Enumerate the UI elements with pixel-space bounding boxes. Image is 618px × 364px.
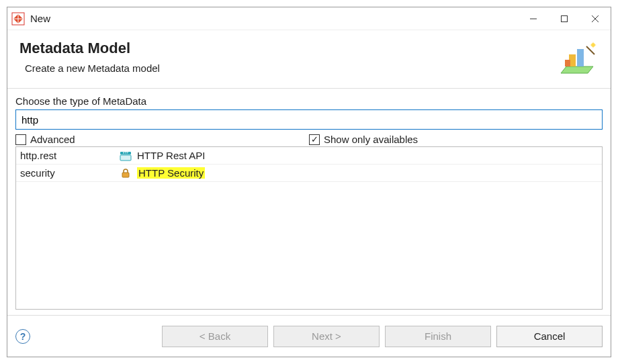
cancel-button[interactable]: Cancel: [496, 326, 603, 347]
minimize-button[interactable]: [518, 8, 549, 30]
finish-button[interactable]: Finish: [385, 326, 491, 347]
back-button[interactable]: < Back: [162, 326, 268, 347]
choose-label: Choose the type of MetaData: [15, 95, 603, 107]
window-title: New: [30, 13, 50, 24]
body: Choose the type of MetaData Advanced Sho…: [7, 89, 611, 315]
svg-marker-5: [561, 66, 593, 73]
list-item-id: security: [20, 167, 114, 179]
page-subtitle: Create a new Metadata model: [25, 62, 556, 74]
show-only-checkbox[interactable]: [309, 134, 320, 145]
advanced-checkbox[interactable]: [15, 134, 26, 145]
http-icon: HTTP: [114, 150, 137, 161]
metadata-type-list[interactable]: http.restHTTPHTTP Rest APIsecurityHTTP S…: [15, 146, 603, 310]
svg-text:HTTP: HTTP: [123, 152, 128, 154]
wizard-icon: [556, 40, 599, 80]
show-only-label: Show only availables: [324, 134, 418, 145]
app-icon: [11, 12, 25, 26]
svg-rect-12: [120, 155, 131, 161]
help-icon[interactable]: ?: [15, 329, 30, 344]
svg-rect-2: [562, 15, 568, 21]
svg-rect-8: [565, 60, 570, 66]
list-item-id: http.rest: [20, 150, 114, 161]
list-item-label: HTTP Security: [137, 167, 598, 179]
close-button[interactable]: [580, 8, 611, 30]
dialog: New Metadata Model Create a new Metadata…: [7, 7, 611, 357]
page-title: Metadata Model: [19, 40, 556, 57]
footer: ? < Back Next > Finish Cancel: [7, 315, 611, 357]
list-item-label: HTTP Rest API: [137, 150, 598, 161]
svg-rect-14: [122, 173, 129, 177]
list-item[interactable]: securityHTTP Security: [16, 165, 602, 182]
filter-input[interactable]: [15, 109, 603, 130]
svg-rect-7: [577, 49, 584, 66]
maximize-button[interactable]: [549, 8, 580, 30]
advanced-label: Advanced: [30, 134, 75, 145]
titlebar: New: [7, 7, 611, 30]
next-button[interactable]: Next >: [273, 326, 380, 347]
lock-icon: [114, 168, 137, 179]
header: Metadata Model Create a new Metadata mod…: [7, 30, 611, 89]
options-row: Advanced Show only availables: [15, 134, 603, 145]
list-item[interactable]: http.restHTTPHTTP Rest API: [16, 147, 602, 165]
